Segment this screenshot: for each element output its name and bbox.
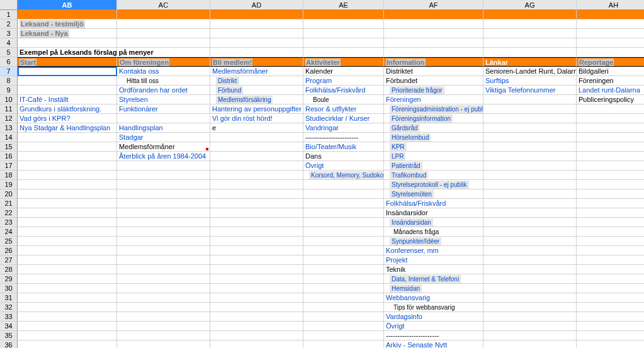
cell-AH16[interactable] [577,152,644,161]
cell-AC12[interactable] [117,114,210,123]
cell-AF31[interactable]: Webbansvarig [384,293,483,303]
cell-AD16[interactable] [210,152,303,161]
cell-AD10[interactable]: Medlemsförsäkring [210,95,303,104]
cell-AF29[interactable]: Data, Internet & Telefoni [384,274,483,284]
row-header-36[interactable]: 36 [0,340,18,348]
cell-AF5[interactable] [384,48,483,57]
cell-AH30[interactable] [577,284,644,293]
cell-AG18[interactable] [483,171,577,180]
cell-AE23[interactable] [303,218,384,227]
cell-AC29[interactable] [117,274,210,284]
cell-AH7[interactable]: Bildgalleri [577,67,644,76]
cell-AH18[interactable] [577,171,644,180]
cell-AH27[interactable] [577,255,644,265]
cell-AC33[interactable] [117,312,210,322]
cell-AD32[interactable] [210,303,303,312]
cell-AG24[interactable] [483,227,577,237]
cell-AE14[interactable]: ----------------------- [303,133,384,142]
cell-AF17[interactable]: Patientråd [384,161,483,171]
cell-AB27[interactable] [18,255,117,265]
row-header-24[interactable]: 24 [0,227,18,237]
cell-AF22[interactable]: Insändarsidor [384,208,483,218]
cell-AE10[interactable]: Boule [303,95,384,104]
cell-AH10[interactable]: Publiceringspolicy [577,95,644,104]
row-header-23[interactable]: 23 [0,218,18,227]
cell-AD13[interactable]: e [210,123,303,133]
cell-AC13[interactable]: Handlingsplan [117,123,210,133]
cell-AD8[interactable]: Distrikt [210,76,303,86]
cell-AF18[interactable]: Trafikombud [384,171,483,180]
cell-AE8[interactable]: Program [303,76,384,86]
cell-AD4[interactable] [210,38,303,48]
cell-AE36[interactable] [303,340,384,348]
cell-AB12[interactable]: Vad görs i KPR? [18,114,117,123]
row-header-16[interactable]: 16 [0,152,18,161]
cell-AF12[interactable]: Föreningsinformation [384,114,483,123]
cell-AD6[interactable]: Bli medlem! [210,57,303,67]
row-header-34[interactable]: 34 [0,322,18,331]
cell-AB36[interactable] [18,340,117,348]
cell-AG32[interactable] [483,303,577,312]
cell-AB25[interactable] [18,237,117,246]
select-all-corner[interactable] [0,0,18,10]
col-header-AC[interactable]: AC [117,0,210,10]
cell-AG30[interactable] [483,284,577,293]
row-header-29[interactable]: 29 [0,274,18,284]
cell-AC35[interactable] [117,331,210,340]
cell-AH14[interactable] [577,133,644,142]
cell-AE34[interactable] [303,322,384,331]
col-header-AE[interactable]: AE [303,0,384,10]
cell-AD24[interactable] [210,227,303,237]
cell-AD2[interactable] [210,20,303,29]
cell-AH6[interactable]: Reportage [577,57,644,67]
cell-AF1[interactable] [384,10,483,20]
cell-AE22[interactable] [303,208,384,218]
row-header-27[interactable]: 27 [0,255,18,265]
cell-AF3[interactable] [384,29,483,38]
cell-AB35[interactable] [18,331,117,340]
cell-AB1[interactable] [18,10,117,20]
cell-AG14[interactable] [483,133,577,142]
cell-AG13[interactable] [483,123,577,133]
cell-AF23[interactable]: Insändarsidan [384,218,483,227]
cell-AH22[interactable] [577,208,644,218]
cell-AC23[interactable] [117,218,210,227]
cell-AG10[interactable] [483,95,577,104]
row-header-9[interactable]: 9 [0,86,18,95]
cell-AC10[interactable]: Styrelsen [117,95,210,104]
cell-AC24[interactable] [117,227,210,237]
cell-AB24[interactable] [18,227,117,237]
cell-AE1[interactable] [303,10,384,20]
cell-AC8[interactable]: Hitta till oss [117,76,210,86]
cell-AF16[interactable]: LPR [384,152,483,161]
cell-AB6[interactable]: Start [18,57,117,67]
cell-AE32[interactable] [303,303,384,312]
cell-AB7-active[interactable] [18,67,117,76]
col-header-AF[interactable]: AF [384,0,483,10]
cell-AG12[interactable] [483,114,577,123]
cell-AE21[interactable] [303,199,384,208]
cell-AG31[interactable] [483,293,577,303]
cell-AB28[interactable] [18,265,117,274]
cell-AG3[interactable] [483,29,577,38]
cell-AG19[interactable] [483,180,577,189]
cell-AD28[interactable] [210,265,303,274]
cell-AB33[interactable] [18,312,117,322]
cell-AF11[interactable]: Föreningsadministration - ej publik [384,104,483,114]
cell-AH21[interactable] [577,199,644,208]
row-header-32[interactable]: 32 [0,303,18,312]
cell-AD19[interactable] [210,180,303,189]
cell-AE24[interactable] [303,227,384,237]
cell-AB4[interactable] [18,38,117,48]
cell-AD29[interactable] [210,274,303,284]
cell-AC5[interactable] [117,48,210,57]
row-header-28[interactable]: 28 [0,265,18,274]
cell-AH1[interactable] [577,10,644,20]
cell-AE12[interactable]: Studiecirklar / Kurser [303,114,384,123]
cell-AC14[interactable]: Stadgar [117,133,210,142]
cell-AF35[interactable]: ----------------------- [384,331,483,340]
cell-AG28[interactable] [483,265,577,274]
cell-AB16[interactable] [18,152,117,161]
cell-AH23[interactable] [577,218,644,227]
cell-AB10[interactable]: IT-Café - Inställt [18,95,117,104]
